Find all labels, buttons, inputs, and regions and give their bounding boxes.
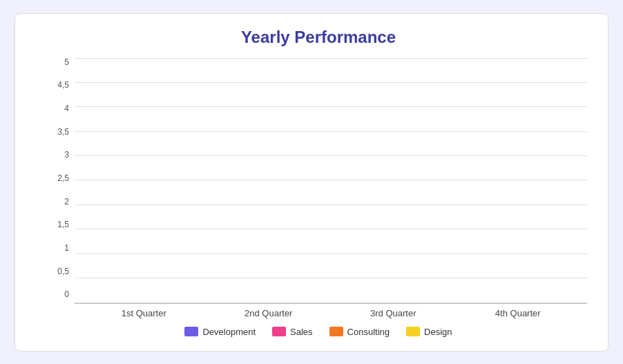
y-label: 0 — [64, 290, 69, 298]
bars-row — [75, 58, 587, 303]
chart-area: 54,543,532,521,510,50 1st Quarter2nd Qua… — [50, 58, 587, 318]
chart-title: Yearly Performance — [241, 28, 396, 47]
bars-and-grid — [75, 58, 587, 304]
x-labels: 1st Quarter2nd Quarter3rd Quarter4th Qua… — [75, 304, 587, 318]
legend-item-development: Development — [184, 327, 256, 337]
chart-inner: 1st Quarter2nd Quarter3rd Quarter4th Qua… — [75, 58, 587, 318]
y-label: 5 — [64, 58, 69, 66]
y-label: 1,5 — [57, 220, 69, 229]
legend-label-consulting: Consulting — [347, 327, 390, 337]
legend: DevelopmentSalesConsultingDesign — [184, 327, 452, 337]
legend-color-design — [406, 327, 420, 336]
chart-container: Yearly Performance 54,543,532,521,510,50… — [15, 13, 608, 352]
y-axis: 54,543,532,521,510,50 — [50, 58, 75, 318]
legend-item-consulting: Consulting — [329, 327, 390, 337]
legend-color-consulting — [329, 327, 343, 336]
y-label: 1 — [64, 244, 69, 252]
x-label: 2nd Quarter — [227, 308, 310, 318]
y-label: 4 — [64, 104, 69, 113]
legend-label-sales: Sales — [290, 327, 313, 337]
y-label: 3,5 — [57, 128, 69, 136]
legend-item-sales: Sales — [272, 327, 313, 337]
y-label: 2,5 — [57, 174, 69, 182]
y-label: 4,5 — [57, 81, 69, 89]
y-label: 2 — [64, 198, 69, 206]
x-label: 1st Quarter — [102, 308, 185, 318]
x-label: 3rd Quarter — [352, 308, 434, 318]
x-label: 4th Quarter — [477, 308, 559, 318]
y-label: 3 — [64, 151, 69, 159]
legend-color-sales — [272, 327, 286, 336]
y-label: 0,5 — [57, 267, 69, 276]
legend-label-development: Development — [202, 327, 256, 337]
legend-label-design: Design — [424, 327, 452, 337]
legend-color-development — [184, 327, 198, 336]
legend-item-design: Design — [406, 327, 452, 337]
